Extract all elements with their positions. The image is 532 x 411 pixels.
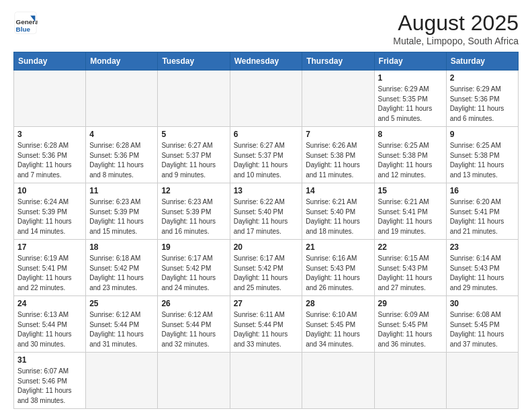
page-title: August 2025: [393, 11, 519, 36]
day-info: Sunrise: 6:25 AM Sunset: 5:38 PM Dayligh…: [450, 141, 515, 180]
day-info: Sunrise: 6:28 AM Sunset: 5:36 PM Dayligh…: [17, 141, 82, 180]
calendar-cell: 8Sunrise: 6:25 AM Sunset: 5:38 PM Daylig…: [374, 127, 446, 183]
calendar-cell: 24Sunrise: 6:13 AM Sunset: 5:44 PM Dayli…: [14, 296, 86, 353]
page-header: General Blue August 2025 Mutale, Limpopo…: [13, 11, 519, 46]
day-number: 19: [161, 242, 226, 252]
calendar-cell: 26Sunrise: 6:12 AM Sunset: 5:44 PM Dayli…: [158, 296, 230, 353]
calendar-cell: 3Sunrise: 6:28 AM Sunset: 5:36 PM Daylig…: [14, 127, 86, 183]
day-number: 20: [234, 242, 299, 252]
day-info: Sunrise: 6:23 AM Sunset: 5:39 PM Dayligh…: [89, 197, 154, 236]
calendar-cell: [14, 71, 86, 127]
day-info: Sunrise: 6:23 AM Sunset: 5:39 PM Dayligh…: [161, 197, 226, 236]
day-number: 31: [17, 355, 82, 365]
calendar-cell: 10Sunrise: 6:24 AM Sunset: 5:39 PM Dayli…: [14, 183, 86, 240]
day-number: 18: [89, 242, 154, 252]
calendar-cell: 25Sunrise: 6:12 AM Sunset: 5:44 PM Dayli…: [86, 296, 158, 353]
day-number: 14: [306, 186, 370, 195]
day-number: 11: [89, 186, 154, 195]
day-number: 9: [450, 130, 515, 139]
title-block: August 2025 Mutale, Limpopo, South Afric…: [393, 11, 519, 46]
day-number: 13: [234, 186, 299, 195]
calendar-cell: 7Sunrise: 6:26 AM Sunset: 5:38 PM Daylig…: [302, 127, 374, 183]
calendar-cell: 29Sunrise: 6:09 AM Sunset: 5:45 PM Dayli…: [374, 296, 446, 353]
day-number: 29: [378, 299, 443, 308]
calendar-cell: 17Sunrise: 6:19 AM Sunset: 5:41 PM Dayli…: [14, 240, 86, 296]
calendar-table: SundayMondayTuesdayWednesdayThursdayFrid…: [13, 52, 519, 409]
day-info: Sunrise: 6:27 AM Sunset: 5:37 PM Dayligh…: [161, 141, 226, 180]
calendar-cell: 5Sunrise: 6:27 AM Sunset: 5:37 PM Daylig…: [158, 127, 230, 183]
day-info: Sunrise: 6:29 AM Sunset: 5:35 PM Dayligh…: [378, 85, 443, 124]
day-number: 26: [161, 299, 226, 308]
day-info: Sunrise: 6:19 AM Sunset: 5:41 PM Dayligh…: [17, 254, 82, 293]
day-info: Sunrise: 6:17 AM Sunset: 5:42 PM Dayligh…: [234, 254, 299, 293]
day-number: 6: [234, 130, 299, 139]
calendar-cell: 6Sunrise: 6:27 AM Sunset: 5:37 PM Daylig…: [230, 127, 302, 183]
calendar-cell: [374, 353, 446, 409]
calendar-cell: [446, 353, 518, 409]
calendar-cell: 28Sunrise: 6:10 AM Sunset: 5:45 PM Dayli…: [302, 296, 374, 353]
calendar-cell: 2Sunrise: 6:29 AM Sunset: 5:36 PM Daylig…: [446, 71, 518, 127]
calendar-cell: [158, 71, 230, 127]
day-info: Sunrise: 6:12 AM Sunset: 5:44 PM Dayligh…: [89, 310, 154, 349]
calendar-cell: 31Sunrise: 6:07 AM Sunset: 5:46 PM Dayli…: [14, 353, 86, 409]
calendar-cell: 19Sunrise: 6:17 AM Sunset: 5:42 PM Dayli…: [158, 240, 230, 296]
calendar-cell: [230, 353, 302, 409]
day-number: 7: [306, 130, 370, 139]
calendar-cell: 16Sunrise: 6:20 AM Sunset: 5:41 PM Dayli…: [446, 183, 518, 240]
calendar-cell: [86, 71, 158, 127]
weekday-header: Tuesday: [158, 52, 230, 71]
day-info: Sunrise: 6:11 AM Sunset: 5:44 PM Dayligh…: [234, 310, 299, 349]
calendar-cell: 27Sunrise: 6:11 AM Sunset: 5:44 PM Dayli…: [230, 296, 302, 353]
day-number: 8: [378, 130, 443, 139]
day-number: 24: [17, 299, 82, 308]
calendar-header: SundayMondayTuesdayWednesdayThursdayFrid…: [14, 52, 519, 71]
day-info: Sunrise: 6:16 AM Sunset: 5:43 PM Dayligh…: [306, 254, 370, 293]
weekday-header: Saturday: [446, 52, 518, 71]
day-number: 2: [450, 73, 515, 83]
calendar-cell: [158, 353, 230, 409]
calendar-cell: 11Sunrise: 6:23 AM Sunset: 5:39 PM Dayli…: [86, 183, 158, 240]
day-info: Sunrise: 6:28 AM Sunset: 5:36 PM Dayligh…: [89, 141, 154, 180]
calendar-cell: 20Sunrise: 6:17 AM Sunset: 5:42 PM Dayli…: [230, 240, 302, 296]
day-number: 22: [378, 242, 443, 252]
day-info: Sunrise: 6:29 AM Sunset: 5:36 PM Dayligh…: [450, 85, 515, 124]
day-info: Sunrise: 6:13 AM Sunset: 5:44 PM Dayligh…: [17, 310, 82, 349]
calendar-cell: 18Sunrise: 6:18 AM Sunset: 5:42 PM Dayli…: [86, 240, 158, 296]
day-info: Sunrise: 6:12 AM Sunset: 5:44 PM Dayligh…: [161, 310, 226, 349]
calendar-cell: [302, 71, 374, 127]
calendar-cell: 30Sunrise: 6:08 AM Sunset: 5:45 PM Dayli…: [446, 296, 518, 353]
day-number: 16: [450, 186, 515, 195]
calendar-cell: [230, 71, 302, 127]
day-info: Sunrise: 6:24 AM Sunset: 5:39 PM Dayligh…: [17, 197, 82, 236]
day-number: 28: [306, 299, 370, 308]
weekday-header: Sunday: [14, 52, 86, 71]
day-number: 10: [17, 186, 82, 195]
day-number: 12: [161, 186, 226, 195]
day-info: Sunrise: 6:21 AM Sunset: 5:41 PM Dayligh…: [378, 197, 443, 236]
day-info: Sunrise: 6:27 AM Sunset: 5:37 PM Dayligh…: [234, 141, 299, 180]
calendar-cell: 13Sunrise: 6:22 AM Sunset: 5:40 PM Dayli…: [230, 183, 302, 240]
day-info: Sunrise: 6:25 AM Sunset: 5:38 PM Dayligh…: [378, 141, 443, 180]
day-number: 23: [450, 242, 515, 252]
day-info: Sunrise: 6:14 AM Sunset: 5:43 PM Dayligh…: [450, 254, 515, 293]
weekday-header: Thursday: [302, 52, 374, 71]
day-info: Sunrise: 6:26 AM Sunset: 5:38 PM Dayligh…: [306, 141, 370, 180]
calendar-cell: 14Sunrise: 6:21 AM Sunset: 5:40 PM Dayli…: [302, 183, 374, 240]
day-number: 15: [378, 186, 443, 195]
logo: General Blue: [13, 11, 38, 35]
day-number: 25: [89, 299, 154, 308]
day-info: Sunrise: 6:10 AM Sunset: 5:45 PM Dayligh…: [306, 310, 370, 349]
calendar-cell: [86, 353, 158, 409]
day-info: Sunrise: 6:21 AM Sunset: 5:40 PM Dayligh…: [306, 197, 370, 236]
day-info: Sunrise: 6:17 AM Sunset: 5:42 PM Dayligh…: [161, 254, 226, 293]
day-info: Sunrise: 6:07 AM Sunset: 5:46 PM Dayligh…: [17, 367, 82, 406]
day-number: 17: [17, 242, 82, 252]
day-number: 3: [17, 130, 82, 139]
calendar-cell: 23Sunrise: 6:14 AM Sunset: 5:43 PM Dayli…: [446, 240, 518, 296]
calendar-cell: 4Sunrise: 6:28 AM Sunset: 5:36 PM Daylig…: [86, 127, 158, 183]
page-subtitle: Mutale, Limpopo, South Africa: [393, 36, 519, 46]
day-number: 5: [161, 130, 226, 139]
svg-text:Blue: Blue: [16, 26, 31, 33]
day-info: Sunrise: 6:15 AM Sunset: 5:43 PM Dayligh…: [378, 254, 443, 293]
calendar-cell: 9Sunrise: 6:25 AM Sunset: 5:38 PM Daylig…: [446, 127, 518, 183]
